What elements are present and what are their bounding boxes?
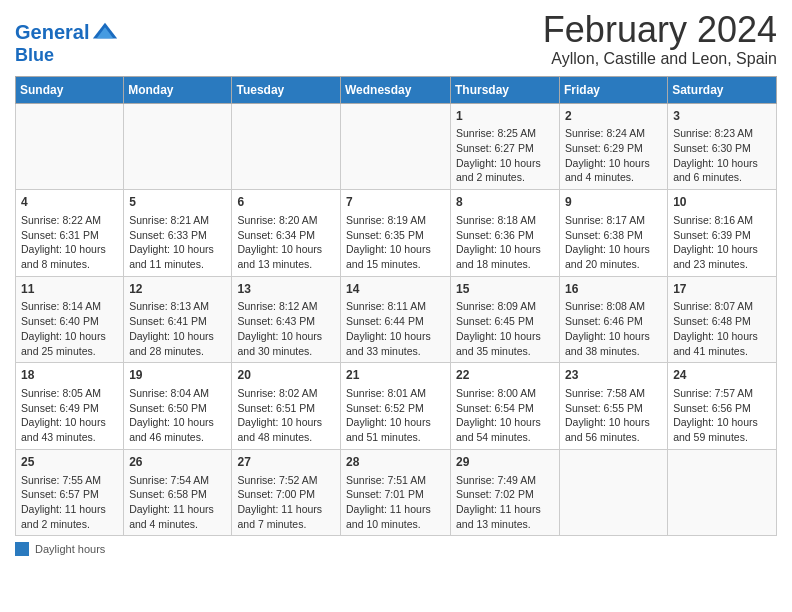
- day-number: 27: [237, 454, 335, 471]
- day-cell: 7Sunrise: 8:19 AM Sunset: 6:35 PM Daylig…: [341, 190, 451, 277]
- day-cell: [16, 103, 124, 190]
- day-cell: [560, 449, 668, 536]
- day-info: Sunrise: 7:55 AM Sunset: 6:57 PM Dayligh…: [21, 473, 118, 532]
- day-cell: 22Sunrise: 8:00 AM Sunset: 6:54 PM Dayli…: [451, 363, 560, 450]
- day-number: 5: [129, 194, 226, 211]
- logo-text-blue: Blue: [15, 46, 119, 66]
- day-number: 7: [346, 194, 445, 211]
- day-cell: [232, 103, 341, 190]
- week-row-3: 11Sunrise: 8:14 AM Sunset: 6:40 PM Dayli…: [16, 276, 777, 363]
- day-cell: 29Sunrise: 7:49 AM Sunset: 7:02 PM Dayli…: [451, 449, 560, 536]
- day-info: Sunrise: 8:02 AM Sunset: 6:51 PM Dayligh…: [237, 386, 335, 445]
- day-info: Sunrise: 8:13 AM Sunset: 6:41 PM Dayligh…: [129, 299, 226, 358]
- day-cell: 28Sunrise: 7:51 AM Sunset: 7:01 PM Dayli…: [341, 449, 451, 536]
- week-row-5: 25Sunrise: 7:55 AM Sunset: 6:57 PM Dayli…: [16, 449, 777, 536]
- logo: General Blue: [15, 18, 119, 66]
- col-header-sunday: Sunday: [16, 76, 124, 103]
- day-info: Sunrise: 8:17 AM Sunset: 6:38 PM Dayligh…: [565, 213, 662, 272]
- day-number: 26: [129, 454, 226, 471]
- day-number: 3: [673, 108, 771, 125]
- day-cell: 10Sunrise: 8:16 AM Sunset: 6:39 PM Dayli…: [668, 190, 777, 277]
- day-number: 8: [456, 194, 554, 211]
- day-info: Sunrise: 8:09 AM Sunset: 6:45 PM Dayligh…: [456, 299, 554, 358]
- week-row-2: 4Sunrise: 8:22 AM Sunset: 6:31 PM Daylig…: [16, 190, 777, 277]
- day-number: 17: [673, 281, 771, 298]
- day-number: 2: [565, 108, 662, 125]
- day-number: 25: [21, 454, 118, 471]
- subtitle: Ayllon, Castille and Leon, Spain: [543, 50, 777, 68]
- legend-color-box: [15, 542, 29, 556]
- day-info: Sunrise: 8:22 AM Sunset: 6:31 PM Dayligh…: [21, 213, 118, 272]
- day-number: 22: [456, 367, 554, 384]
- day-cell: 25Sunrise: 7:55 AM Sunset: 6:57 PM Dayli…: [16, 449, 124, 536]
- day-cell: 14Sunrise: 8:11 AM Sunset: 6:44 PM Dayli…: [341, 276, 451, 363]
- day-cell: 2Sunrise: 8:24 AM Sunset: 6:29 PM Daylig…: [560, 103, 668, 190]
- week-row-4: 18Sunrise: 8:05 AM Sunset: 6:49 PM Dayli…: [16, 363, 777, 450]
- day-info: Sunrise: 8:21 AM Sunset: 6:33 PM Dayligh…: [129, 213, 226, 272]
- day-number: 14: [346, 281, 445, 298]
- day-number: 28: [346, 454, 445, 471]
- day-number: 10: [673, 194, 771, 211]
- col-header-monday: Monday: [124, 76, 232, 103]
- day-info: Sunrise: 7:52 AM Sunset: 7:00 PM Dayligh…: [237, 473, 335, 532]
- day-cell: [668, 449, 777, 536]
- day-cell: 5Sunrise: 8:21 AM Sunset: 6:33 PM Daylig…: [124, 190, 232, 277]
- title-area: February 2024 Ayllon, Castille and Leon,…: [543, 10, 777, 68]
- day-info: Sunrise: 8:12 AM Sunset: 6:43 PM Dayligh…: [237, 299, 335, 358]
- day-cell: 20Sunrise: 8:02 AM Sunset: 6:51 PM Dayli…: [232, 363, 341, 450]
- col-header-tuesday: Tuesday: [232, 76, 341, 103]
- day-cell: [341, 103, 451, 190]
- day-info: Sunrise: 8:08 AM Sunset: 6:46 PM Dayligh…: [565, 299, 662, 358]
- day-info: Sunrise: 8:11 AM Sunset: 6:44 PM Dayligh…: [346, 299, 445, 358]
- day-info: Sunrise: 8:16 AM Sunset: 6:39 PM Dayligh…: [673, 213, 771, 272]
- col-header-friday: Friday: [560, 76, 668, 103]
- day-cell: 11Sunrise: 8:14 AM Sunset: 6:40 PM Dayli…: [16, 276, 124, 363]
- logo-icon: [91, 18, 119, 46]
- day-info: Sunrise: 8:23 AM Sunset: 6:30 PM Dayligh…: [673, 126, 771, 185]
- day-number: 20: [237, 367, 335, 384]
- day-cell: 21Sunrise: 8:01 AM Sunset: 6:52 PM Dayli…: [341, 363, 451, 450]
- day-number: 18: [21, 367, 118, 384]
- day-cell: 19Sunrise: 8:04 AM Sunset: 6:50 PM Dayli…: [124, 363, 232, 450]
- day-number: 29: [456, 454, 554, 471]
- day-info: Sunrise: 8:18 AM Sunset: 6:36 PM Dayligh…: [456, 213, 554, 272]
- day-cell: 1Sunrise: 8:25 AM Sunset: 6:27 PM Daylig…: [451, 103, 560, 190]
- day-info: Sunrise: 8:07 AM Sunset: 6:48 PM Dayligh…: [673, 299, 771, 358]
- day-cell: 3Sunrise: 8:23 AM Sunset: 6:30 PM Daylig…: [668, 103, 777, 190]
- day-info: Sunrise: 8:20 AM Sunset: 6:34 PM Dayligh…: [237, 213, 335, 272]
- day-cell: 26Sunrise: 7:54 AM Sunset: 6:58 PM Dayli…: [124, 449, 232, 536]
- day-cell: 9Sunrise: 8:17 AM Sunset: 6:38 PM Daylig…: [560, 190, 668, 277]
- day-info: Sunrise: 8:25 AM Sunset: 6:27 PM Dayligh…: [456, 126, 554, 185]
- day-number: 23: [565, 367, 662, 384]
- day-cell: 24Sunrise: 7:57 AM Sunset: 6:56 PM Dayli…: [668, 363, 777, 450]
- day-cell: 8Sunrise: 8:18 AM Sunset: 6:36 PM Daylig…: [451, 190, 560, 277]
- day-number: 12: [129, 281, 226, 298]
- day-number: 24: [673, 367, 771, 384]
- day-number: 19: [129, 367, 226, 384]
- day-number: 13: [237, 281, 335, 298]
- day-info: Sunrise: 8:19 AM Sunset: 6:35 PM Dayligh…: [346, 213, 445, 272]
- day-number: 16: [565, 281, 662, 298]
- header-row: SundayMondayTuesdayWednesdayThursdayFrid…: [16, 76, 777, 103]
- day-cell: 4Sunrise: 8:22 AM Sunset: 6:31 PM Daylig…: [16, 190, 124, 277]
- day-number: 15: [456, 281, 554, 298]
- day-info: Sunrise: 8:00 AM Sunset: 6:54 PM Dayligh…: [456, 386, 554, 445]
- day-number: 1: [456, 108, 554, 125]
- day-cell: 15Sunrise: 8:09 AM Sunset: 6:45 PM Dayli…: [451, 276, 560, 363]
- day-info: Sunrise: 7:51 AM Sunset: 7:01 PM Dayligh…: [346, 473, 445, 532]
- day-cell: 17Sunrise: 8:07 AM Sunset: 6:48 PM Dayli…: [668, 276, 777, 363]
- day-cell: 13Sunrise: 8:12 AM Sunset: 6:43 PM Dayli…: [232, 276, 341, 363]
- day-number: 6: [237, 194, 335, 211]
- day-info: Sunrise: 7:54 AM Sunset: 6:58 PM Dayligh…: [129, 473, 226, 532]
- day-info: Sunrise: 8:14 AM Sunset: 6:40 PM Dayligh…: [21, 299, 118, 358]
- calendar-table: SundayMondayTuesdayWednesdayThursdayFrid…: [15, 76, 777, 537]
- day-cell: [124, 103, 232, 190]
- col-header-thursday: Thursday: [451, 76, 560, 103]
- day-number: 4: [21, 194, 118, 211]
- main-title: February 2024: [543, 10, 777, 50]
- legend-label: Daylight hours: [35, 543, 105, 555]
- header: General Blue February 2024 Ayllon, Casti…: [15, 10, 777, 68]
- day-info: Sunrise: 8:24 AM Sunset: 6:29 PM Dayligh…: [565, 126, 662, 185]
- day-info: Sunrise: 7:58 AM Sunset: 6:55 PM Dayligh…: [565, 386, 662, 445]
- day-number: 21: [346, 367, 445, 384]
